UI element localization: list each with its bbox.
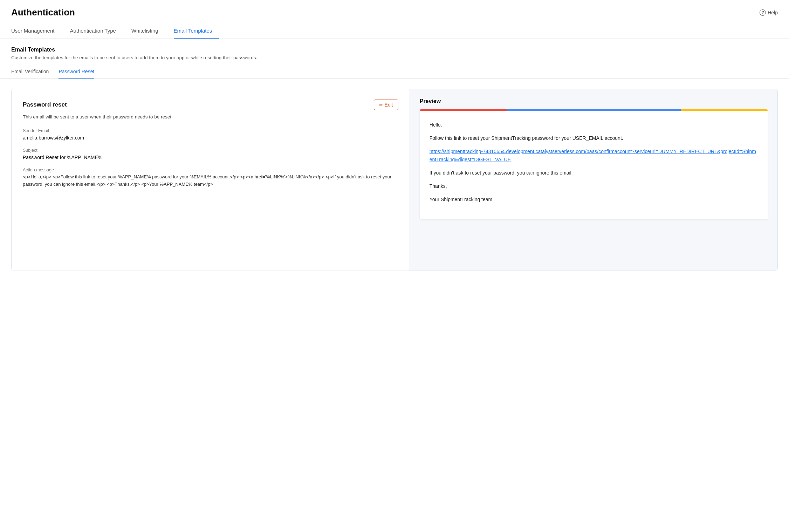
sender-email-group: Sender Email amelia.burrows@zylker.com xyxy=(23,128,398,142)
email-preview: Hello, Follow this link to reset your Sh… xyxy=(420,109,768,219)
sub-tabs: Email Verification Password Reset xyxy=(0,66,789,79)
subject-label: Subject xyxy=(23,148,398,153)
section-description: Customize the templates for the emails t… xyxy=(11,55,778,60)
bar-blue xyxy=(507,109,681,111)
bar-red xyxy=(420,109,507,111)
action-message-value: <p>Hello,</p> <p>Follow this link to res… xyxy=(23,173,398,188)
subject-value: Password Reset for %APP_NAME% xyxy=(23,154,398,161)
tab-whitelisting[interactable]: Whitelisting xyxy=(131,24,165,39)
preview-panel: Preview Hello, Follow this link to reset… xyxy=(410,89,777,271)
sender-email-value: amelia.burrows@zylker.com xyxy=(23,134,398,142)
action-message-label: Action message xyxy=(23,168,398,172)
content-area: Password reset ✏ Edit This email will be… xyxy=(0,79,789,281)
bar-yellow xyxy=(681,109,768,111)
template-description: This email will be sent to a user when t… xyxy=(23,114,398,121)
tab-authentication-type[interactable]: Authentication Type xyxy=(70,24,123,39)
action-message-group: Action message <p>Hello,</p> <p>Follow t… xyxy=(23,168,398,188)
help-label: Help xyxy=(768,10,778,15)
page-title: Authentication xyxy=(11,7,75,18)
template-title-row: Password reset ✏ Edit xyxy=(23,100,398,110)
email-thanks: Thanks, xyxy=(430,182,758,191)
pencil-icon: ✏ xyxy=(379,102,383,108)
help-icon: ? xyxy=(760,9,766,16)
edit-label: Edit xyxy=(385,102,393,108)
sender-email-label: Sender Email xyxy=(23,128,398,133)
section-header: Email Templates Customize the templates … xyxy=(0,39,789,60)
preview-title: Preview xyxy=(420,98,768,104)
sub-tab-email-verification[interactable]: Email Verification xyxy=(11,66,49,79)
email-signature: Your ShipmentTracking team xyxy=(430,196,758,204)
template-title: Password reset xyxy=(23,101,67,108)
subject-group: Subject Password Reset for %APP_NAME% xyxy=(23,148,398,161)
email-body: Hello, Follow this link to reset your Sh… xyxy=(420,111,768,219)
page-header: Authentication ? Help xyxy=(0,0,789,18)
email-greeting: Hello, xyxy=(430,121,758,129)
email-link[interactable]: https://shipmenttracking-74310654.develo… xyxy=(430,149,756,163)
help-link[interactable]: ? Help xyxy=(760,9,778,16)
template-card: Password reset ✏ Edit This email will be… xyxy=(11,89,778,271)
tab-user-management[interactable]: User Management xyxy=(11,24,61,39)
edit-button[interactable]: ✏ Edit xyxy=(374,100,398,110)
email-body1: Follow this link to reset your ShipmentT… xyxy=(430,134,758,143)
tab-email-templates[interactable]: Email Templates xyxy=(174,24,219,39)
main-nav: User Management Authentication Type Whit… xyxy=(0,24,789,39)
sub-tab-password-reset[interactable]: Password Reset xyxy=(59,66,94,79)
template-details: Password reset ✏ Edit This email will be… xyxy=(12,89,410,271)
email-body2: If you didn't ask to reset your password… xyxy=(430,169,758,177)
email-top-bar xyxy=(420,109,768,111)
section-title: Email Templates xyxy=(11,47,778,53)
